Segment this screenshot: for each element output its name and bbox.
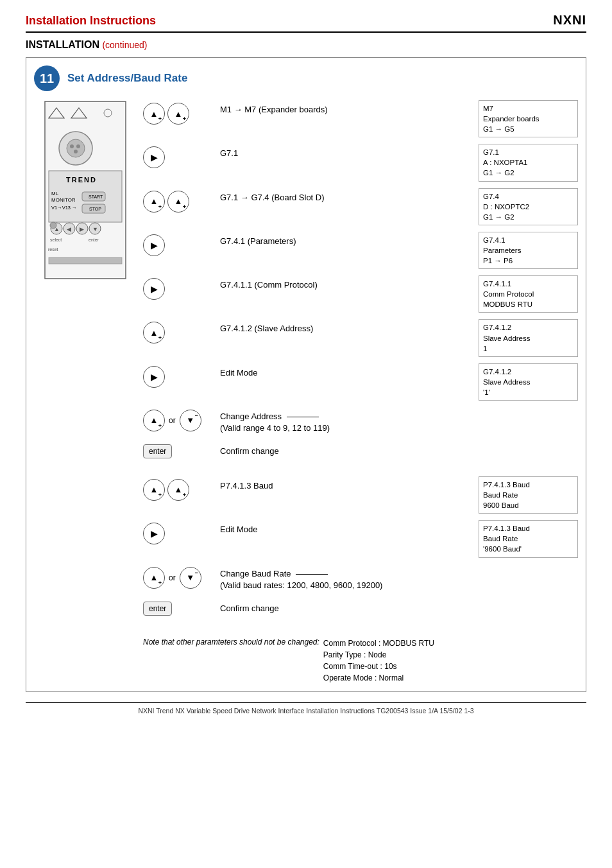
info-col-4: G7.4.1ParametersP1 → P6	[479, 232, 578, 269]
svg-point-7	[76, 144, 80, 148]
up-arrow-icon-1b: ▲	[174, 109, 183, 119]
play-icon-4: ▶	[151, 240, 158, 250]
instruction-row-8: ▲ + or ▼ − Change Address (Valid ra	[143, 407, 578, 435]
play-btn-4[interactable]: ▶	[143, 234, 165, 256]
svg-text:reset: reset	[48, 247, 58, 252]
up-arrow-btn-3a[interactable]: ▲ +	[143, 191, 165, 213]
info-col-1: M7Expander boardsG1 → G5	[479, 100, 578, 137]
or-text-8: or	[167, 416, 178, 425]
instruction-text-10: P7.4.1.3 Baud	[220, 481, 273, 490]
info-text-11: P7.4.1.3 BaudBaud Rate'9600 Baud'	[483, 523, 574, 554]
instruction-text-3: G7.1 → G7.4 (Board Slot D)	[220, 193, 325, 202]
play-btn-7[interactable]: ▶	[143, 366, 165, 388]
enter-btn-13[interactable]: enter	[143, 602, 172, 616]
two-up-buttons-10: ▲ + ▲ +	[143, 479, 189, 501]
svg-text:select: select	[50, 238, 62, 242]
btn-col-1: ▲ + ▲ +	[143, 100, 214, 125]
instruction-text-11: Edit Mode	[220, 525, 258, 534]
svg-text:STOP: STOP	[89, 207, 101, 211]
btn-col-8: ▲ + or ▼ −	[143, 407, 214, 431]
info-col-11: P7.4.1.3 BaudBaud Rate'9600 Baud'	[479, 520, 578, 557]
instruction-row-6: ▲ + G7.4.1.2 (Slave Address) G7.4.1.2Sla…	[143, 319, 578, 356]
btn-col-7: ▶	[143, 363, 214, 388]
up-arrow-icon-3b: ▲	[174, 196, 183, 206]
text-col-10: P7.4.1.3 Baud	[214, 476, 472, 492]
up-arrow-btn-10a[interactable]: ▲ +	[143, 479, 165, 501]
svg-text:▼: ▼	[92, 226, 98, 232]
up-arrow-btn-10b[interactable]: ▲ +	[167, 479, 189, 501]
content-area: TREND ML MONITOR V1→V13 → START STOP ▲ ◀	[34, 100, 578, 684]
btn-col-9: enter	[143, 442, 214, 458]
instruction-text-8a: Change Address	[220, 412, 282, 421]
plus-sign-3a: +	[158, 204, 162, 210]
svg-text:START: START	[89, 195, 103, 199]
text-col-4: G7.4.1 (Parameters)	[214, 232, 472, 247]
info-col-7: G7.4.1.2Slave Address'1'	[479, 363, 578, 401]
instruction-text-5: G7.4.1.1 (Comm Protocol)	[220, 280, 318, 290]
up-arrow-btn-1a[interactable]: ▲ +	[143, 103, 165, 125]
info-col-2: G7.1A : NXOPTA1G1 → G2	[479, 144, 578, 181]
instruction-row-7: ▶ Edit Mode G7.4.1.2Slave Address'1'	[143, 363, 578, 401]
play-btn-5[interactable]: ▶	[143, 278, 165, 300]
text-col-11: Edit Mode	[214, 520, 472, 535]
svg-text:TREND: TREND	[66, 176, 97, 184]
btn-col-12: ▲ + or ▼ −	[143, 564, 214, 589]
plus-sign-10b: +	[183, 492, 186, 498]
up-arrow-btn-1b[interactable]: ▲ +	[167, 103, 189, 125]
plus-sign-12: +	[158, 580, 162, 586]
svg-point-6	[70, 144, 74, 148]
info-col-6: G7.4.1.2Slave Address1	[479, 319, 578, 356]
instruction-row-10: ▲ + ▲ + P7.4.1.3 Baud P7.4	[143, 476, 578, 514]
two-up-buttons-1: ▲ + ▲ +	[143, 103, 189, 125]
text-col-6: G7.4.1.2 (Slave Address)	[214, 319, 472, 334]
play-icon-11: ▶	[151, 528, 158, 539]
drive-illustration-panel: TREND ML MONITOR V1→V13 → START STOP ▲ ◀	[34, 100, 137, 684]
line-12	[296, 574, 328, 575]
step-header: 11 Set Address/Baud Rate	[34, 65, 578, 91]
info-text-1: M7Expander boardsG1 → G5	[483, 103, 574, 134]
plus-sign-8: +	[158, 422, 162, 429]
up-arrow-btn-6[interactable]: ▲ +	[143, 322, 165, 343]
play-btn-2[interactable]: ▶	[143, 146, 165, 168]
footer-text: NXNI Trend NX Variable Speed Drive Netwo…	[138, 707, 473, 715]
up-arrow-btn-8[interactable]: ▲ +	[143, 410, 165, 431]
note-values: Comm Protocol : MODBUS RTU Parity Type :…	[323, 638, 434, 684]
up-arrow-icon-8: ▲	[150, 415, 158, 425]
plus-sign-1a: +	[158, 116, 162, 122]
enter-btn-9[interactable]: enter	[143, 444, 172, 458]
info-text-6: G7.4.1.2Slave Address1	[483, 322, 574, 353]
btn-col-6: ▲ +	[143, 319, 214, 343]
svg-text:ML: ML	[51, 191, 59, 196]
btn-col-13: enter	[143, 599, 214, 616]
up-arrow-btn-12[interactable]: ▲ +	[143, 567, 165, 589]
plus-sign-3b: +	[183, 204, 186, 210]
svg-point-28	[50, 222, 56, 229]
main-content-box: 11 Set Address/Baud Rate	[26, 57, 586, 692]
plus-sign-1b: +	[183, 116, 186, 122]
text-col-7: Edit Mode	[214, 363, 472, 379]
instruction-row-5: ▶ G7.4.1.1 (Comm Protocol) G7.4.1.1Comm …	[143, 275, 578, 313]
svg-rect-30	[49, 257, 122, 264]
down-arrow-btn-8[interactable]: ▼ −	[180, 410, 201, 431]
svg-point-8	[74, 150, 78, 153]
btn-col-3: ▲ + ▲ +	[143, 188, 214, 213]
instruction-text-12b: (Valid baud rates: 1200, 4800, 9600, 192…	[220, 580, 382, 590]
instruction-row-12: ▲ + or ▼ − Change Baud Rate (Valid	[143, 564, 578, 593]
up-arrow-btn-3b[interactable]: ▲ +	[167, 191, 189, 213]
text-col-5: G7.4.1.1 (Comm Protocol)	[214, 275, 472, 291]
header-title: Installation Instructions	[26, 14, 156, 28]
plus-sign-10a: +	[158, 492, 162, 498]
instruction-text-6: G7.4.1.2 (Slave Address)	[220, 324, 313, 333]
line-8	[287, 417, 319, 417]
play-btn-11[interactable]: ▶	[143, 523, 165, 544]
info-text-5: G7.4.1.1Comm ProtocolMODBUS RTU	[483, 279, 574, 309]
instruction-text-9: Confirm change	[220, 446, 279, 456]
text-col-1: M1 → M7 (Expander boards)	[214, 100, 472, 116]
step-title: Set Address/Baud Rate	[67, 72, 187, 85]
enter-label-9: enter	[149, 447, 166, 456]
plus-sign-6: +	[158, 334, 162, 341]
enter-label-13: enter	[149, 604, 166, 613]
down-arrow-btn-12[interactable]: ▼ −	[180, 567, 201, 589]
instruction-text-12a: Change Baud Rate	[220, 569, 291, 578]
info-text-2: G7.1A : NXOPTA1G1 → G2	[483, 147, 574, 178]
